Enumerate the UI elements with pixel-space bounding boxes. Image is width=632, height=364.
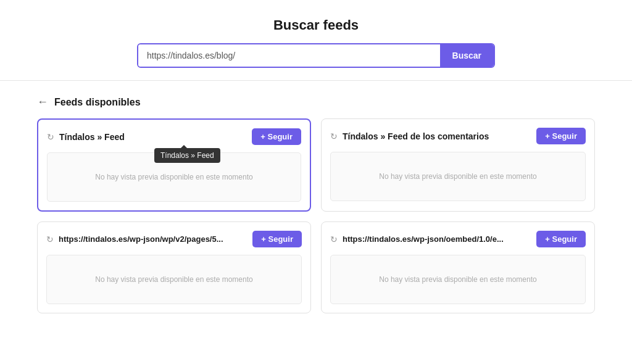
page-title: Buscar feeds	[12, 17, 620, 33]
feed-card-3-header: ↻ https://tindalos.es/wp-json/wp/v2/page…	[46, 231, 302, 247]
feed-card-4-header: ↻ https://tindalos.es/wp-json/oembed/1.0…	[330, 231, 586, 247]
feeds-grid: ↻ Tíndalos » Feed + Seguir No hay vista …	[37, 118, 595, 313]
search-button[interactable]: Buscar	[440, 44, 494, 67]
follow-button-4[interactable]: + Seguir	[536, 231, 586, 247]
feed-card-2-name: Tíndalos » Feed de los comentarios	[343, 131, 489, 141]
feed-card-1-title-group: ↻ Tíndalos » Feed	[47, 132, 125, 142]
feed-card-3: ↻ https://tindalos.es/wp-json/wp/v2/page…	[37, 221, 311, 313]
feed-card-3-title-group: ↻ https://tindalos.es/wp-json/wp/v2/page…	[46, 234, 223, 244]
feed-card-4-preview-text: No hay vista previa disponible en este m…	[379, 275, 536, 284]
feed-card-3-preview-text: No hay vista previa disponible en este m…	[95, 275, 252, 284]
follow-button-2[interactable]: + Seguir	[536, 128, 586, 144]
feed-card-1-preview: No hay vista previa disponible en este m…	[47, 152, 301, 202]
feeds-header: ← Feeds disponibles	[37, 96, 595, 109]
feed-card-4: ↻ https://tindalos.es/wp-json/oembed/1.0…	[321, 221, 595, 313]
follow-button-3[interactable]: + Seguir	[252, 231, 302, 247]
search-input[interactable]	[138, 44, 440, 67]
search-bar: Buscar	[137, 43, 495, 68]
feed-card-1: ↻ Tíndalos » Feed + Seguir No hay vista …	[37, 118, 311, 212]
refresh-icon-4: ↻	[330, 234, 338, 244]
back-arrow-icon[interactable]: ←	[37, 96, 48, 109]
header-section: Buscar feeds Buscar	[0, 0, 632, 81]
feed-card-4-title-group: ↻ https://tindalos.es/wp-json/oembed/1.0…	[330, 234, 504, 244]
follow-button-1[interactable]: + Seguir	[252, 128, 301, 145]
main-content: ← Feeds disponibles ↻ Tíndalos » Feed + …	[0, 81, 632, 328]
feed-card-2-preview-text: No hay vista previa disponible en este m…	[379, 172, 536, 181]
refresh-icon-1: ↻	[47, 132, 54, 142]
refresh-icon-3: ↻	[46, 234, 54, 244]
feed-card-2-header: ↻ Tíndalos » Feed de los comentarios + S…	[330, 128, 586, 144]
feed-card-4-preview: No hay vista previa disponible en este m…	[330, 255, 586, 304]
feed-card-2-preview: No hay vista previa disponible en este m…	[330, 152, 586, 201]
feed-card-1-header: ↻ Tíndalos » Feed + Seguir	[47, 128, 301, 145]
feed-card-4-url: https://tindalos.es/wp-json/oembed/1.0/e…	[343, 234, 504, 244]
feed-card-3-url: https://tindalos.es/wp-json/wp/v2/pages/…	[59, 234, 223, 244]
feed-card-2-title-group: ↻ Tíndalos » Feed de los comentarios	[330, 131, 489, 141]
feeds-section-title: Feeds disponibles	[54, 97, 141, 108]
feed-card-2: ↻ Tíndalos » Feed de los comentarios + S…	[321, 118, 595, 212]
feed-card-1-preview-text: No hay vista previa disponible en este m…	[95, 173, 252, 181]
feed-card-3-preview: No hay vista previa disponible en este m…	[46, 255, 302, 304]
feed-card-1-name: Tíndalos » Feed	[59, 132, 125, 142]
refresh-icon-2: ↻	[330, 131, 338, 141]
page-wrapper: Buscar feeds Buscar ← Feeds disponibles …	[0, 0, 632, 364]
